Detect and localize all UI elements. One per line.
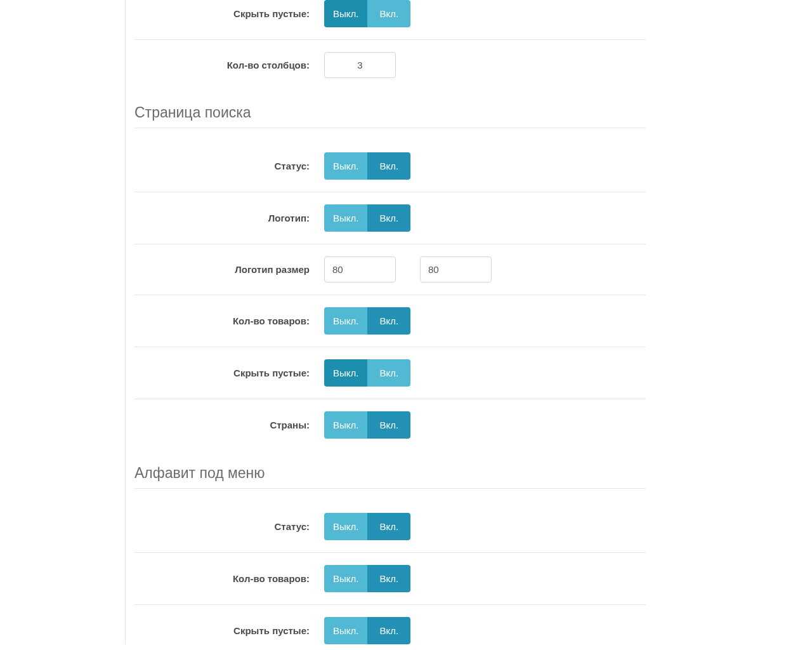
toggle-on-btn[interactable]: Вкл.	[367, 617, 410, 644]
row-alpha-product-count: Кол-во товаров: Выкл. Вкл.	[134, 553, 646, 605]
row-columns: Кол-во столбцов:	[134, 40, 646, 90]
label-search-countries: Страны:	[134, 420, 324, 430]
row-hide-empty-0: Скрыть пустые: Выкл. Вкл.	[134, 0, 646, 40]
toggle-search-product-count[interactable]: Выкл. Вкл.	[324, 307, 410, 335]
label-alpha-hide-empty: Скрыть пустые:	[134, 625, 324, 636]
label-search-status: Статус:	[134, 161, 324, 171]
toggle-on-btn[interactable]: Вкл.	[367, 204, 410, 232]
input-logo-size-h[interactable]	[420, 256, 492, 282]
toggle-hide-empty-0[interactable]: Выкл. Вкл.	[324, 0, 410, 27]
toggle-on-btn[interactable]: Вкл.	[367, 0, 410, 27]
label-alpha-status: Статус:	[134, 521, 324, 532]
row-alpha-hide-empty: Скрыть пустые: Выкл. Вкл.	[134, 605, 646, 644]
toggle-on-btn[interactable]: Вкл.	[367, 513, 410, 540]
toggle-search-logo[interactable]: Выкл. Вкл.	[324, 204, 410, 232]
row-search-logo-size: Логотип размер	[134, 244, 646, 295]
toggle-on-btn[interactable]: Вкл.	[367, 307, 410, 335]
toggle-search-hide-empty[interactable]: Выкл. Вкл.	[324, 359, 410, 387]
toggle-alpha-status[interactable]: Выкл. Вкл.	[324, 513, 410, 540]
toggle-off-btn[interactable]: Выкл.	[324, 411, 367, 439]
row-search-hide-empty: Скрыть пустые: Выкл. Вкл.	[134, 347, 646, 399]
label-search-logo-size: Логотип размер	[134, 264, 324, 275]
toggle-alpha-product-count[interactable]: Выкл. Вкл.	[324, 565, 410, 592]
label-search-logo: Логотип:	[134, 213, 324, 223]
label-search-product-count: Кол-во товаров:	[134, 315, 324, 326]
heading-search-page: Страница поиска	[134, 90, 646, 128]
toggle-off-btn[interactable]: Выкл.	[324, 307, 367, 335]
input-columns[interactable]	[324, 52, 396, 78]
toggle-off-btn[interactable]: Выкл.	[324, 565, 367, 592]
toggle-off-btn[interactable]: Выкл.	[324, 0, 367, 27]
row-search-logo: Логотип: Выкл. Вкл.	[134, 192, 646, 244]
toggle-off-btn[interactable]: Выкл.	[324, 152, 367, 180]
toggle-off-btn[interactable]: Выкл.	[324, 204, 367, 232]
toggle-on-btn[interactable]: Вкл.	[367, 411, 410, 439]
label-columns: Кол-во столбцов:	[134, 60, 324, 70]
label-alpha-product-count: Кол-во товаров:	[134, 573, 324, 584]
toggle-off-btn[interactable]: Выкл.	[324, 513, 367, 540]
toggle-off-btn[interactable]: Выкл.	[324, 359, 367, 387]
label-search-hide-empty: Скрыть пустые:	[134, 368, 324, 378]
toggle-on-btn[interactable]: Вкл.	[367, 359, 410, 387]
row-alpha-status: Статус: Выкл. Вкл.	[134, 489, 646, 553]
heading-alphabet: Алфавит под меню	[134, 451, 646, 489]
toggle-on-btn[interactable]: Вкл.	[367, 152, 410, 180]
row-search-product-count: Кол-во товаров: Выкл. Вкл.	[134, 295, 646, 347]
label-hide-empty-0: Скрыть пустые:	[134, 8, 324, 19]
toggle-on-btn[interactable]: Вкл.	[367, 565, 410, 592]
toggle-search-status[interactable]: Выкл. Вкл.	[324, 152, 410, 180]
toggle-off-btn[interactable]: Выкл.	[324, 617, 367, 644]
input-logo-size-w[interactable]	[324, 256, 396, 282]
row-search-status: Статус: Выкл. Вкл.	[134, 128, 646, 192]
toggle-alpha-hide-empty[interactable]: Выкл. Вкл.	[324, 617, 410, 644]
toggle-search-countries[interactable]: Выкл. Вкл.	[324, 411, 410, 439]
row-search-countries: Страны: Выкл. Вкл.	[134, 399, 646, 451]
settings-form: Скрыть пустые: Выкл. Вкл. Кол-во столбцо…	[125, 0, 655, 644]
